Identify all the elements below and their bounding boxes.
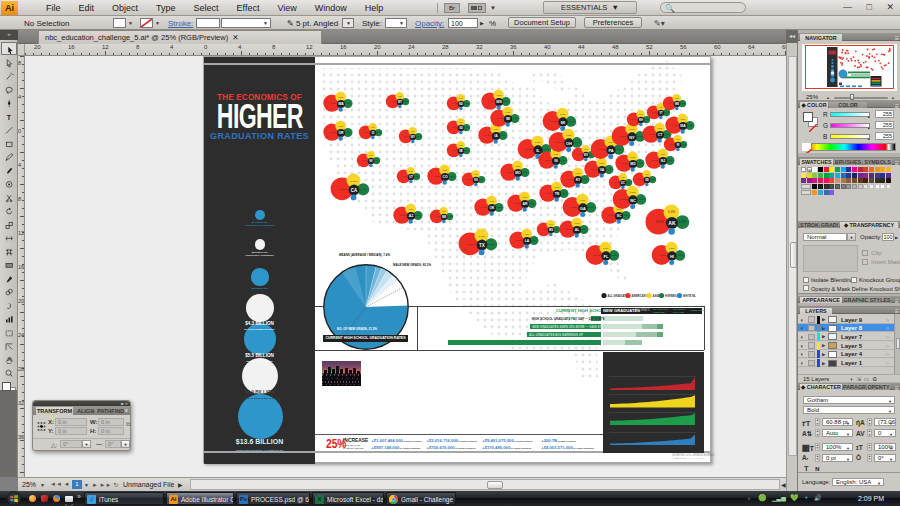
svg-text:MT: MT — [398, 100, 402, 104]
svg-text:8,888: 8,888 — [479, 235, 486, 238]
svg-text:MA: MA — [680, 124, 686, 128]
svg-text:ND: ND — [459, 102, 463, 106]
svg-text:MN: MN — [496, 100, 502, 104]
svg-text:NC: NC — [630, 198, 636, 203]
svg-text:WV: WV — [584, 153, 589, 157]
svg-text:NY: NY — [629, 135, 635, 140]
svg-text:NO. OF NEW GRADS, 21.2%: NO. OF NEW GRADS, 21.2% — [337, 327, 377, 331]
svg-text:DE: DE — [645, 178, 649, 182]
svg-text:SD: SD — [459, 126, 463, 130]
svg-text:T: T — [7, 113, 12, 120]
svg-text:MO: MO — [515, 171, 521, 175]
svg-text:HISPANIC: HISPANIC — [665, 294, 677, 298]
svg-text:8,888: 8,888 — [488, 243, 495, 246]
svg-text:MD: MD — [630, 162, 636, 166]
svg-text:ME: ME — [675, 102, 679, 106]
svg-text:88,888: 88,888 — [340, 188, 348, 191]
svg-text:DC: DC — [621, 181, 625, 185]
svg-text:FL: FL — [604, 254, 609, 259]
svg-text:GA: GA — [580, 206, 586, 211]
svg-text:TX: TX — [479, 243, 485, 248]
svg-text:8,888: 8,888 — [668, 210, 675, 214]
svg-text:WI: WI — [506, 117, 510, 121]
svg-text:NJ: NJ — [661, 159, 665, 163]
svg-text:MS: MS — [549, 228, 553, 232]
svg-text:VA: VA — [600, 168, 605, 172]
svg-text:CA: CA — [351, 188, 358, 193]
svg-text:CO: CO — [442, 175, 447, 179]
svg-text:SC: SC — [617, 214, 622, 218]
svg-text:TN: TN — [555, 192, 560, 196]
svg-text:MI: MI — [561, 120, 565, 125]
svg-text:AL: AL — [575, 228, 580, 232]
svg-text:OR: OR — [338, 131, 344, 135]
svg-text:AK: AK — [668, 220, 676, 226]
svg-text:OH: OH — [566, 141, 572, 146]
svg-text:LA: LA — [525, 239, 530, 243]
svg-text:ID: ID — [372, 131, 375, 135]
svg-text:WA: WA — [338, 102, 344, 106]
svg-text:8,888: 8,888 — [679, 220, 686, 224]
svg-text:IN: IN — [554, 159, 558, 163]
svg-text:WHITE ML: WHITE ML — [683, 294, 696, 298]
svg-text:AR: AR — [523, 202, 528, 206]
svg-text:AZ: AZ — [409, 214, 414, 218]
svg-text:8,888: 8,888 — [360, 188, 367, 191]
svg-text:OK: OK — [489, 206, 495, 210]
svg-text:KY: KY — [576, 178, 581, 182]
svg-text:WY: WY — [411, 135, 416, 139]
svg-text:NE: NE — [459, 149, 463, 153]
svg-text:88,888: 88,888 — [656, 220, 665, 224]
svg-text:8,888: 8,888 — [351, 180, 358, 183]
svg-text:VT: VT — [659, 111, 663, 115]
svg-text:HI: HI — [670, 254, 674, 259]
svg-text:PA: PA — [608, 148, 613, 153]
svg-text:KS: KS — [474, 178, 478, 182]
svg-text:UT: UT — [409, 175, 413, 179]
svg-text:NV: NV — [369, 159, 373, 163]
svg-text:88,888: 88,888 — [468, 243, 476, 246]
svg-text:IA: IA — [494, 134, 498, 138]
svg-text:RI: RI — [677, 143, 680, 147]
svg-text:NH: NH — [639, 118, 643, 122]
